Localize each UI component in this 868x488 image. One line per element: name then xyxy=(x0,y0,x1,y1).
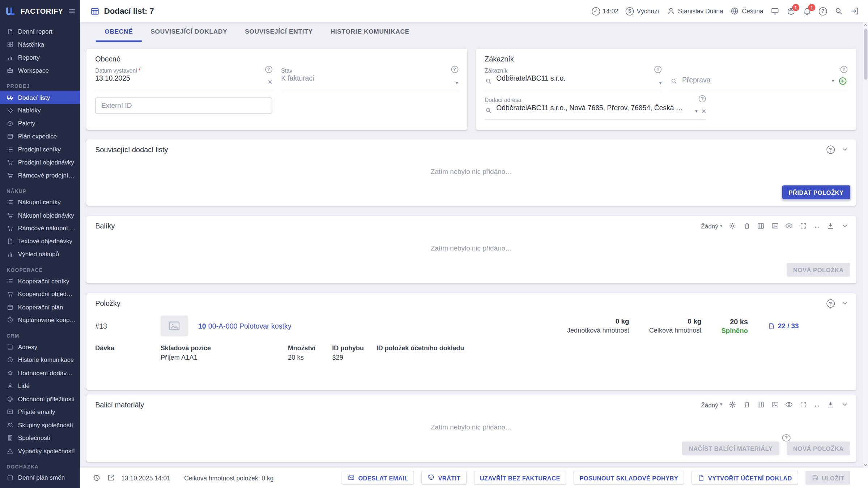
sidebar-item-kooperacni-ceniky[interactable]: Kooperační ceníky xyxy=(0,274,80,287)
download-icon[interactable] xyxy=(826,401,834,409)
sidebar-item-vypadky-spolecnosti[interactable]: Výpadky společností xyxy=(0,444,80,457)
item-pages-link[interactable]: 22 / 33 xyxy=(768,322,799,330)
return-button[interactable]: VRÁTIT xyxy=(421,471,467,485)
send-email-button[interactable]: ODESLAT EMAIL xyxy=(341,471,414,485)
sidebar-item-skupiny-spolecnosti[interactable]: Skupiny společností xyxy=(0,418,80,431)
chevron-down-icon[interactable]: ▾ xyxy=(832,78,834,84)
sidebar-item-vyhled-nakupu[interactable]: Výhled nákupů xyxy=(0,248,80,261)
collapse-icon[interactable] xyxy=(841,401,848,409)
sidebar-item-ramcove-nakupni-objednavky[interactable]: Rámcové nákupní objed… xyxy=(0,222,80,235)
chevron-down-icon[interactable]: ▾ xyxy=(695,109,698,114)
item-product-link[interactable]: 1000-A-000 Polotovar kostky xyxy=(198,322,292,330)
collapse-icon[interactable] xyxy=(841,146,848,154)
help-icon[interactable]: ? xyxy=(451,66,458,73)
clear-icon[interactable]: × xyxy=(702,107,706,115)
visibility-icon[interactable] xyxy=(785,401,793,409)
open-in-new-icon[interactable] xyxy=(107,474,115,482)
help-icon[interactable]: ? xyxy=(819,7,827,15)
sidebar-item-nabidky[interactable]: Nabídky xyxy=(0,104,80,117)
tab-souvisejici-doklady[interactable]: SOUVISEJÍCÍ DOKLADY xyxy=(142,22,236,42)
tab-souvisejici-entity[interactable]: SOUVISEJÍCÍ ENTITY xyxy=(236,22,322,42)
scroll-down-arrow[interactable] xyxy=(863,462,868,467)
sidebar-item-plan-expedice[interactable]: Plán expedice xyxy=(0,130,80,143)
add-transport-icon[interactable] xyxy=(838,76,847,86)
delete-icon[interactable] xyxy=(743,401,750,409)
sidebar-item-spolecnosti[interactable]: Společnosti xyxy=(0,431,80,444)
sidebar-item-nakupni-ceniky[interactable]: Nákupní ceníky xyxy=(0,196,80,209)
help-icon[interactable]: ? xyxy=(826,299,834,308)
sidebar-item-nastenka[interactable]: Nástěnka xyxy=(0,38,80,51)
visibility-icon[interactable] xyxy=(785,222,793,230)
image-icon[interactable] xyxy=(771,222,779,230)
create-accounting-document-button[interactable]: VYTVOŘIT ÚČETNÍ DOKLAD xyxy=(692,471,798,485)
transport-input[interactable] xyxy=(671,76,847,84)
user-menu[interactable]: Stanislav Dulina xyxy=(666,7,723,15)
sidebar-item-textove-objednavky[interactable]: Textové objednávky xyxy=(0,235,80,248)
notifications-button[interactable]: 1 xyxy=(803,7,811,15)
packages-button[interactable]: 1 xyxy=(787,7,795,15)
sidebar-item-historie-komunikace[interactable]: Historie komunikace xyxy=(0,353,80,366)
environment-switcher[interactable]: $Výchozí xyxy=(626,7,659,15)
fit-view-icon[interactable] xyxy=(799,222,807,230)
image-icon[interactable] xyxy=(771,401,779,409)
close-without-invoicing-button[interactable]: UZAVŘÍT BEZ FAKTURACE xyxy=(474,471,566,485)
tab-historie-komunikace[interactable]: HISTORIE KOMUNIKACE xyxy=(322,22,418,42)
help-icon[interactable]: ? xyxy=(265,66,272,73)
filter-dropdown[interactable]: Žádný▾ xyxy=(701,223,722,229)
collapse-icon[interactable] xyxy=(841,299,848,307)
help-icon[interactable]: ? xyxy=(840,66,847,73)
sidebar-item-kooperacni-objednavky[interactable]: Kooperační objednávky xyxy=(0,287,80,300)
sidebar-item-nakupni-objednavky[interactable]: Nákupní objednávky xyxy=(0,209,80,222)
sidebar-item-reporty[interactable]: Reporty xyxy=(0,51,80,64)
download-icon[interactable] xyxy=(826,222,834,230)
settings-icon[interactable] xyxy=(728,401,736,409)
settings-icon[interactable] xyxy=(728,222,736,230)
status-field[interactable]: Stav K fakturaci ▾ ? xyxy=(281,68,458,90)
logout-button[interactable] xyxy=(850,7,859,15)
sidebar-item-naplanovane-kooperace[interactable]: Naplánované kooperačn… xyxy=(0,313,80,326)
search-button[interactable] xyxy=(834,7,843,15)
display-mode-button[interactable] xyxy=(771,7,779,15)
columns-icon[interactable] xyxy=(757,401,765,409)
sidebar-item-denni-report[interactable]: Denní report xyxy=(0,25,80,38)
help-icon[interactable]: ? xyxy=(655,66,662,73)
issue-date-field[interactable]: Datum vystavení* 13.10.2025 × ? xyxy=(95,68,272,90)
sidebar-item-prijate-emaily[interactable]: Přijaté emaily xyxy=(0,405,80,418)
sidebar-item-adresy[interactable]: Adresy xyxy=(0,340,80,353)
language-switcher[interactable]: Čeština xyxy=(730,7,763,15)
sidebar-item-prodejni-objednavky[interactable]: Prodejní objednávky xyxy=(0,156,80,169)
external-id-input[interactable] xyxy=(95,97,272,114)
sidebar-item-kooperacni-plan[interactable]: Kooperační plán xyxy=(0,300,80,313)
chevron-down-icon[interactable]: ▾ xyxy=(456,81,458,86)
clear-icon[interactable]: × xyxy=(268,78,272,86)
menu-toggle-icon[interactable] xyxy=(68,7,76,15)
scroll-up-arrow[interactable] xyxy=(863,22,868,27)
delete-icon[interactable] xyxy=(743,222,750,230)
chevron-down-icon[interactable]: ▾ xyxy=(659,81,662,86)
history-icon[interactable] xyxy=(93,474,101,482)
sync-status[interactable]: ✓14:02 xyxy=(592,7,618,15)
logo[interactable]: FACTORIFY xyxy=(0,0,80,22)
customer-field[interactable]: Zákazník OdběratelABC11 s.r.o. ▾ ? xyxy=(485,68,661,90)
sidebar-item-dodaci-listy[interactable]: Dodací listy xyxy=(0,91,80,104)
add-items-button[interactable]: PŘIDAT POLOŽKY xyxy=(782,185,850,199)
sidebar-item-obchodni-prilezitosti[interactable]: Obchodní příležitosti xyxy=(0,392,80,405)
sidebar-item-denni-plan-smen[interactable]: Denní plán směn xyxy=(0,471,80,484)
sidebar-item-ramcove-prodejni-objednavky[interactable]: Rámcové prodejní objed… xyxy=(0,169,80,182)
delivery-address-field[interactable]: Dodací adresa OdběratelABC11 s.r.o., Nov… xyxy=(485,97,706,120)
help-icon[interactable]: ? xyxy=(699,95,706,102)
sidebar-item-palety[interactable]: Palety xyxy=(0,117,80,130)
columns-icon[interactable] xyxy=(757,222,765,230)
help-icon[interactable]: ? xyxy=(782,435,791,442)
sidebar-item-workspace[interactable]: Workspace xyxy=(0,64,80,77)
sidebar-item-lide[interactable]: Lidé xyxy=(0,379,80,392)
filter-dropdown[interactable]: Žádný▾ xyxy=(701,401,722,408)
scrollbar-thumb[interactable] xyxy=(864,29,867,80)
sidebar-item-prodejni-ceniky[interactable]: Prodejní ceníky xyxy=(0,143,80,156)
transport-field[interactable]: ▾ ? xyxy=(671,68,847,90)
swap-horizontal-icon[interactable]: ↔ xyxy=(813,401,820,409)
collapse-icon[interactable] xyxy=(841,222,848,230)
tab-obecne[interactable]: OBECNÉ xyxy=(96,22,142,42)
fit-view-icon[interactable] xyxy=(799,401,807,409)
move-stock-movements-button[interactable]: POSUNOUT SKLADOVÉ POHYBY xyxy=(574,471,684,485)
